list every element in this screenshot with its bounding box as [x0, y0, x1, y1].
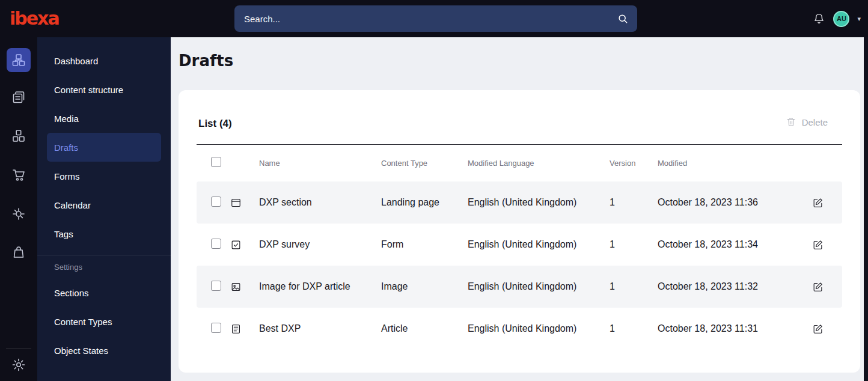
edit-pencil-icon: [812, 281, 824, 293]
topbar: ibexa AU ▾: [0, 0, 868, 37]
column-header-version: Version: [605, 159, 653, 168]
row-name: Image for DXP article: [254, 281, 376, 292]
edit-button[interactable]: [808, 239, 842, 251]
cart-icon[interactable]: [7, 163, 31, 187]
sidebar-item-forms[interactable]: Forms: [47, 162, 161, 190]
content-list-icon[interactable]: [7, 85, 31, 109]
article-icon: [230, 323, 254, 335]
column-header-name: Name: [254, 159, 376, 168]
search-input[interactable]: [244, 14, 617, 24]
row-checkbox[interactable]: [211, 239, 221, 249]
sidebar-item-label: Calendar: [54, 200, 91, 210]
form-icon: [230, 239, 254, 251]
edit-pencil-icon: [812, 323, 824, 335]
row-content-type: Image: [376, 281, 463, 292]
row-checkbox[interactable]: [211, 197, 221, 207]
table-row[interactable]: Image for DXP article Image English (Uni…: [197, 266, 842, 308]
row-modified: October 18, 2023 11:34: [653, 239, 808, 250]
drafts-table: Name Content Type Modified Language Vers…: [197, 144, 842, 350]
sidebar-item-label: Content Types: [54, 317, 112, 327]
row-checkbox[interactable]: [211, 281, 221, 291]
sidebar-item-tags[interactable]: Tags: [47, 219, 161, 248]
main-content: Drafts List (4) Delete Name Content Type…: [171, 37, 864, 381]
content-structure-icon[interactable]: [7, 48, 31, 72]
row-name: Best DXP: [254, 323, 376, 334]
edit-pencil-icon: [812, 197, 824, 209]
catalog-bag-icon[interactable]: [7, 240, 31, 264]
rail-divider: [6, 348, 31, 349]
avatar[interactable]: AU: [833, 11, 849, 27]
row-content-type: Article: [376, 323, 463, 334]
row-modified-language: English (United Kingdom): [463, 239, 605, 250]
row-version: 1: [605, 323, 653, 334]
row-content-type: Form: [376, 239, 463, 250]
edit-button[interactable]: [808, 197, 842, 209]
row-version: 1: [605, 197, 653, 208]
sidebar-menu: Dashboard Content structure Media Drafts…: [37, 37, 171, 381]
column-header-content-type: Content Type: [376, 159, 463, 168]
select-all-checkbox[interactable]: [211, 157, 221, 167]
table-row[interactable]: DXP survey Form English (United Kingdom)…: [197, 224, 842, 266]
table-row[interactable]: DXP section Landing page English (United…: [197, 181, 842, 224]
sidebar-item-content-types[interactable]: Content Types: [47, 307, 161, 336]
chevron-down-icon[interactable]: ▾: [857, 16, 861, 22]
edit-button[interactable]: [808, 323, 842, 335]
sidebar-item-label: Object States: [54, 346, 108, 356]
settings-section-heading: Settings: [37, 255, 171, 278]
list-heading: List (4): [198, 118, 232, 130]
sidebar-item-calendar[interactable]: Calendar: [47, 190, 161, 219]
row-name: DXP survey: [254, 239, 376, 250]
sidebar-item-label: Tags: [54, 229, 73, 239]
page-title: Drafts: [179, 52, 233, 70]
icon-rail: [0, 37, 37, 381]
sidebar-item-label: Dashboard: [54, 56, 98, 66]
sidebar-item-drafts[interactable]: Drafts: [47, 133, 161, 162]
global-search[interactable]: [234, 5, 637, 32]
edit-button[interactable]: [808, 281, 842, 293]
settings-gear-icon[interactable]: [7, 353, 31, 377]
landing-page-icon: [230, 197, 254, 209]
row-modified: October 18, 2023 11:31: [653, 323, 808, 334]
delete-button-label: Delete: [802, 117, 828, 127]
automation-icon[interactable]: [7, 202, 31, 226]
sidebar-item-label: Content structure: [54, 85, 123, 95]
sidebar-item-dashboard[interactable]: Dashboard: [47, 46, 161, 75]
sidebar-item-object-states[interactable]: Object States: [47, 336, 161, 365]
sidebar-item-label: Drafts: [54, 142, 78, 153]
notifications-bell-icon[interactable]: [813, 13, 825, 25]
column-header-modified-language: Modified Language: [463, 159, 605, 168]
row-checkbox[interactable]: [211, 323, 221, 333]
row-modified: October 18, 2023 11:32: [653, 281, 808, 292]
sidebar-item-label: Forms: [54, 171, 80, 181]
drafts-list-card: List (4) Delete Name Content Type Modifi…: [179, 90, 860, 373]
row-modified: October 18, 2023 11:36: [653, 197, 808, 208]
table-row[interactable]: Best DXP Article English (United Kingdom…: [197, 308, 842, 350]
sidebar-item-sections[interactable]: Sections: [47, 278, 161, 307]
image-icon: [230, 281, 254, 293]
column-header-modified: Modified: [653, 159, 808, 168]
search-icon[interactable]: [617, 13, 629, 25]
row-modified-language: English (United Kingdom): [463, 323, 605, 334]
ibexa-logo: ibexa: [10, 10, 59, 28]
table-header-row: Name Content Type Modified Language Vers…: [197, 145, 842, 181]
row-version: 1: [605, 281, 653, 292]
sidebar-item-label: Sections: [54, 288, 89, 298]
sidebar-item-label: Media: [54, 114, 79, 124]
row-version: 1: [605, 239, 653, 250]
sidebar-item-media[interactable]: Media: [47, 104, 161, 133]
row-modified-language: English (United Kingdom): [463, 197, 605, 208]
row-modified-language: English (United Kingdom): [463, 281, 605, 292]
row-content-type: Landing page: [376, 197, 463, 208]
trash-icon: [786, 117, 796, 127]
blocks-icon[interactable]: [7, 124, 31, 148]
row-name: DXP section: [254, 197, 376, 208]
sidebar-item-content-structure[interactable]: Content structure: [47, 75, 161, 104]
scrollbar[interactable]: [864, 37, 868, 381]
delete-button[interactable]: Delete: [786, 117, 828, 127]
edit-pencil-icon: [812, 239, 824, 251]
